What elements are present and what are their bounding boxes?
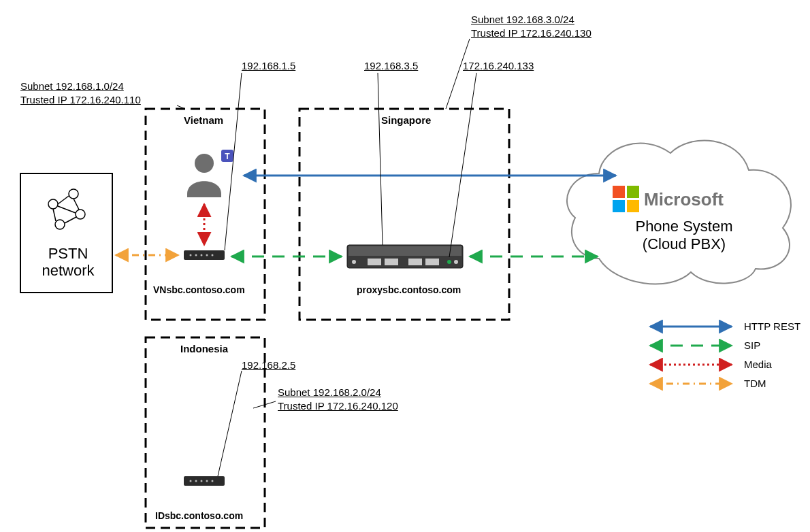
svg-point-22 bbox=[195, 480, 197, 482]
network-icon bbox=[48, 189, 85, 229]
svg-point-1 bbox=[69, 189, 78, 199]
id-sbc-ip-label: 192.168.2.5 bbox=[242, 359, 295, 371]
svg-rect-12 bbox=[627, 200, 639, 212]
singapore-subnet-label: Subnet 192.168.3.0/24 bbox=[471, 14, 574, 25]
indonesia-subnet-label: Subnet 192.168.2.0/24 bbox=[278, 386, 381, 398]
legend-http-label: HTTP REST bbox=[744, 320, 800, 332]
svg-line-7 bbox=[53, 209, 56, 221]
svg-rect-29 bbox=[385, 259, 398, 265]
vietnam-trusted-label: Trusted IP 172.16.240.110 bbox=[20, 94, 141, 105]
svg-point-15 bbox=[190, 254, 192, 256]
svg-line-4 bbox=[58, 196, 69, 204]
svg-rect-9 bbox=[613, 186, 625, 198]
svg-rect-11 bbox=[613, 200, 625, 212]
svg-point-19 bbox=[212, 254, 214, 256]
svg-rect-27 bbox=[349, 246, 461, 256]
user-icon bbox=[187, 154, 221, 197]
svg-point-21 bbox=[190, 480, 192, 482]
svg-rect-10 bbox=[627, 186, 639, 198]
svg-rect-31 bbox=[425, 259, 439, 265]
pstn-label: PSTN network bbox=[37, 245, 99, 280]
cloud-line1: Phone System bbox=[635, 218, 732, 235]
singapore-trusted-label: Trusted IP 172.16.240.130 bbox=[471, 27, 592, 39]
vn-sbc-ip-label: 192.168.1.5 bbox=[242, 60, 295, 71]
microsoft-brand: Microsoft bbox=[644, 189, 724, 210]
svg-point-25 bbox=[212, 480, 214, 482]
vietnam-subnet-label: Subnet 192.168.1.0/24 bbox=[20, 80, 124, 92]
legend-media-label: Media bbox=[744, 359, 772, 370]
legend-sip-label: SIP bbox=[744, 339, 760, 351]
singapore-title: Singapore bbox=[381, 114, 431, 126]
cloud-icon bbox=[567, 140, 791, 284]
svg-line-6 bbox=[65, 217, 76, 223]
indonesia-trusted-label: Trusted IP 172.16.240.120 bbox=[278, 400, 398, 412]
leader-singapore-box bbox=[446, 39, 470, 109]
vietnam-title: Vietnam bbox=[184, 114, 223, 126]
svg-point-17 bbox=[201, 254, 203, 256]
svg-point-2 bbox=[76, 210, 85, 219]
sg-sbc-host: proxysbc.contoso.com bbox=[357, 284, 461, 295]
leader-sg-pubip bbox=[449, 73, 476, 257]
legend-tdm-label: TDM bbox=[744, 378, 766, 389]
indonesia-title: Indonesia bbox=[180, 343, 228, 354]
sg-sbc-ip-label: 192.168.3.5 bbox=[364, 60, 418, 71]
svg-rect-30 bbox=[408, 259, 422, 265]
svg-rect-28 bbox=[368, 259, 381, 265]
svg-line-5 bbox=[74, 199, 79, 210]
svg-point-18 bbox=[206, 254, 208, 256]
svg-point-23 bbox=[201, 480, 203, 482]
vn-sbc-host: VNsbc.contoso.com bbox=[153, 284, 245, 295]
pstn-line2: network bbox=[42, 262, 94, 279]
teams-icon-glyph: T bbox=[225, 152, 230, 161]
svg-point-3 bbox=[55, 220, 65, 229]
svg-point-32 bbox=[352, 260, 356, 264]
svg-point-0 bbox=[48, 199, 58, 209]
pstn-line1: PSTN bbox=[48, 245, 88, 262]
leader-id-ip bbox=[218, 371, 242, 476]
sg-public-ip-label: 172.16.240.133 bbox=[463, 60, 534, 71]
svg-point-34 bbox=[454, 260, 458, 264]
id-sbc-device-icon bbox=[184, 476, 225, 486]
vn-sbc-device-icon bbox=[184, 250, 225, 260]
svg-point-16 bbox=[195, 254, 197, 256]
leader-sg-ip bbox=[378, 73, 383, 245]
proxy-sbc-device-icon bbox=[347, 245, 463, 268]
id-sbc-host: IDsbc.contoso.com bbox=[155, 510, 243, 521]
cloud-caption: Phone System (Cloud PBX) bbox=[616, 218, 752, 254]
svg-point-13 bbox=[195, 154, 214, 173]
svg-line-8 bbox=[58, 206, 76, 213]
cloud-line2: (Cloud PBX) bbox=[643, 235, 726, 252]
svg-point-33 bbox=[447, 260, 451, 264]
svg-point-24 bbox=[206, 480, 208, 482]
